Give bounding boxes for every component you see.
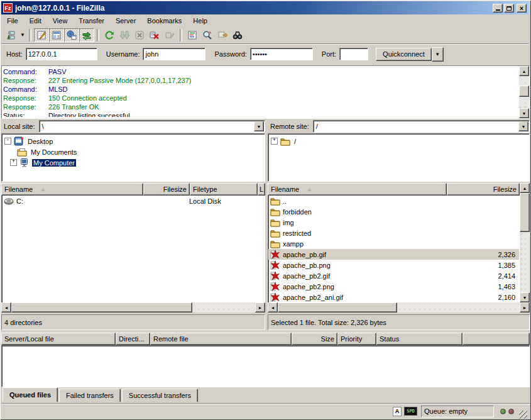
tree-item-my-documents[interactable]: My Documents <box>4 146 265 157</box>
tree-item-label[interactable]: My Computer <box>32 159 76 167</box>
filter-button[interactable] <box>185 28 200 42</box>
scroll-thumb[interactable] <box>11 302 192 312</box>
disconnect-button[interactable] <box>147 28 162 42</box>
local-tree: - Desktop My Documents + My Computer <box>1 133 265 182</box>
password-input[interactable] <box>250 48 313 60</box>
file-row-c-drive[interactable]: C: Local Disk <box>2 196 265 206</box>
combo-dropdown-icon[interactable]: ▼ <box>518 121 528 131</box>
scroll-left-icon[interactable]: ◄ <box>268 302 278 312</box>
remote-site-combo[interactable]: / ▼ <box>313 120 530 133</box>
tree-item-desktop[interactable]: - Desktop <box>4 136 265 146</box>
tree-item-label[interactable]: My Documents <box>30 148 78 156</box>
quickconnect-button[interactable]: Quickconnect <box>376 48 432 61</box>
file-row[interactable]: apache_pb.png1,385 <box>268 260 519 270</box>
local-horizontal-scrollbar[interactable]: ◄ ► <box>1 302 265 312</box>
expand-icon[interactable]: + <box>271 138 278 145</box>
file-row[interactable]: apache_pb2_ani.gif2,160 <box>268 292 519 302</box>
scroll-right-icon[interactable]: ► <box>520 302 530 312</box>
close-button[interactable]: × <box>517 4 527 13</box>
username-input[interactable] <box>143 48 205 60</box>
column-header-remote-file[interactable]: Remote file <box>150 333 292 345</box>
toggle-queue-button[interactable] <box>79 28 94 42</box>
host-input[interactable] <box>26 48 97 60</box>
toggle-local-tree-button[interactable] <box>49 28 64 42</box>
menu-edit[interactable]: Edit <box>24 16 47 26</box>
file-row[interactable]: img <box>268 217 519 228</box>
process-queue-button[interactable] <box>117 28 132 42</box>
file-row[interactable]: .. <box>268 196 519 206</box>
column-header-status[interactable]: Status <box>376 333 463 345</box>
column-header-lastmodified[interactable]: L <box>258 183 265 196</box>
remote-horizontal-scrollbar[interactable]: ◄ ► <box>268 302 530 312</box>
tree-item-root[interactable]: + / <box>271 136 529 146</box>
menu-server[interactable]: Server <box>110 16 141 26</box>
file-size: 2,414 <box>447 272 519 280</box>
scroll-down-icon[interactable]: ▼ <box>519 108 529 118</box>
synchronized-browsing-button[interactable] <box>215 28 230 42</box>
image-file-icon <box>270 260 280 270</box>
menu-transfer[interactable]: Transfer <box>73 16 110 26</box>
toggle-log-button[interactable] <box>34 28 49 42</box>
remote-vertical-scrollbar[interactable]: ▲ ▼ <box>520 183 530 302</box>
folder-icon <box>270 207 280 217</box>
tab-successful-transfers[interactable]: Successful transfers <box>122 389 198 402</box>
menu-bookmarks[interactable]: Bookmarks <box>141 16 187 26</box>
find-files-button[interactable] <box>230 28 245 42</box>
expand-icon[interactable]: + <box>10 159 17 166</box>
scroll-right-icon[interactable]: ► <box>255 302 265 312</box>
cancel-operation-button[interactable] <box>132 28 147 42</box>
column-header-filename[interactable]: Filename▵ <box>1 183 143 196</box>
disconnect-icon <box>150 30 160 40</box>
local-site-combo[interactable]: \ ▼ <box>39 120 265 133</box>
file-row[interactable]: forbidden <box>268 206 519 217</box>
column-header-filename[interactable]: Filename▵ <box>268 183 447 196</box>
scroll-thumb[interactable] <box>520 193 530 232</box>
tree-item-my-computer[interactable]: + My Computer <box>4 157 265 168</box>
file-row[interactable]: apache_pb2.png1,463 <box>268 281 519 292</box>
collapse-icon[interactable]: - <box>4 138 11 145</box>
quickconnect-dropdown[interactable]: ▼ <box>432 47 444 62</box>
file-row[interactable]: xampp <box>268 238 519 249</box>
menu-help[interactable]: Help <box>187 16 213 26</box>
column-header-direction[interactable]: Directi... <box>116 333 150 345</box>
scroll-up-icon[interactable]: ▲ <box>519 66 529 76</box>
filezilla-logo-icon: Fz <box>3 3 13 13</box>
column-header-filesize[interactable]: Filesize <box>447 183 520 196</box>
speed-limits-icon[interactable]: SPD <box>404 407 417 416</box>
scroll-down-icon[interactable]: ▼ <box>520 292 530 302</box>
combo-dropdown-icon[interactable]: ▼ <box>254 121 264 131</box>
scroll-up-icon[interactable]: ▲ <box>520 183 530 193</box>
site-manager-button[interactable] <box>4 28 19 42</box>
reconnect-button[interactable] <box>162 28 177 42</box>
column-header-server-local-file[interactable]: Server/Local file <box>1 333 116 345</box>
directory-comparison-button[interactable] <box>200 28 215 42</box>
file-row-selected[interactable]: apache_pb.gif2,326 <box>268 249 519 260</box>
message-log: Command:PASV Response:227 Entering Passi… <box>1 65 530 119</box>
tree-item-label[interactable]: Desktop <box>26 138 54 145</box>
maximize-button[interactable] <box>504 4 514 13</box>
port-input[interactable] <box>339 48 368 60</box>
data-type-icon[interactable]: A <box>393 407 402 416</box>
file-row[interactable]: apache_pb2.gif2,414 <box>268 270 519 281</box>
file-row[interactable]: restricted <box>268 228 519 238</box>
transfer-queue-list[interactable] <box>1 345 530 387</box>
column-header-filetype[interactable]: Filetype <box>190 183 258 196</box>
resize-grip[interactable] <box>519 411 527 419</box>
tab-failed-transfers[interactable]: Failed transfers <box>59 389 121 402</box>
scroll-left-icon[interactable]: ◄ <box>1 302 11 312</box>
column-header-size[interactable]: Size <box>292 333 337 345</box>
tab-queued-files[interactable]: Queued files <box>3 387 58 402</box>
menu-file[interactable]: File <box>1 16 24 26</box>
scroll-thumb[interactable] <box>519 86 529 97</box>
column-header-priority[interactable]: Priority <box>337 333 376 345</box>
toggle-remote-tree-button[interactable] <box>64 28 79 42</box>
local-list-status: 4 directories <box>1 314 265 330</box>
tree-item-label[interactable]: / <box>293 138 297 145</box>
log-vertical-scrollbar[interactable]: ▲ ▼ <box>519 66 529 118</box>
site-manager-dropdown[interactable]: ▼ <box>19 28 26 42</box>
menu-view[interactable]: View <box>47 16 74 26</box>
refresh-button[interactable] <box>102 28 117 42</box>
minimize-button[interactable] <box>493 4 503 13</box>
scroll-thumb[interactable] <box>278 302 397 312</box>
column-header-filesize[interactable]: Filesize <box>143 183 190 196</box>
